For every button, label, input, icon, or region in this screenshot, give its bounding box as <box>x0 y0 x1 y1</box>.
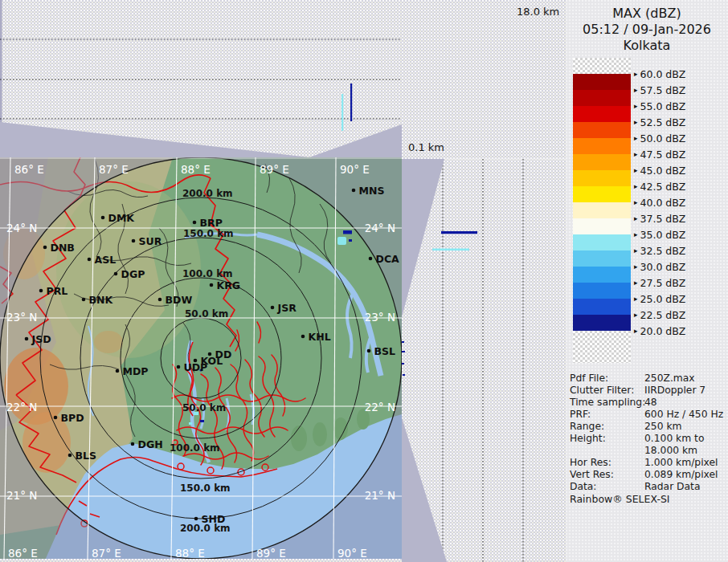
dbz-band <box>573 283 631 299</box>
product-title: MAX (dBZ) <box>566 6 728 22</box>
city-label: DGP <box>121 268 145 280</box>
threshold-arrow-icon: ▸ <box>634 327 638 335</box>
city-label: KHL <box>309 331 331 343</box>
city-dot <box>88 258 92 262</box>
metadata-label: Range: <box>570 421 644 433</box>
dbz-band <box>573 299 631 315</box>
city-dot <box>271 306 275 310</box>
city-dot <box>367 349 371 353</box>
metadata-label <box>570 445 644 457</box>
dbz-band <box>573 122 631 138</box>
threshold-arrow-icon: ▸ <box>634 134 638 142</box>
city-label: ASL <box>95 254 117 266</box>
dbz-threshold-label: ▸37.5 dBZ <box>634 212 685 225</box>
product-timestamp: 05:12 / 09-Jan-2026 <box>566 22 728 38</box>
dbz-band <box>573 154 631 170</box>
dbz-threshold-label: ▸42.5 dBZ <box>634 180 685 193</box>
dbz-color-bar <box>573 58 631 363</box>
dbz-band <box>573 106 631 122</box>
height-gridlines <box>443 159 523 562</box>
city-label: DCA <box>376 253 400 265</box>
metadata-value: 600 Hz / 450 Hz <box>644 409 724 421</box>
threshold-arrow-icon: ▸ <box>634 214 638 222</box>
dbz-threshold-label: ▸22.5 dBZ <box>634 308 685 321</box>
range-ring-label: 150.0 km <box>183 228 234 239</box>
metadata-label: Clutter Filter: <box>570 385 644 397</box>
lat-label: 24° N <box>6 222 37 234</box>
right-projection-strip <box>402 157 567 562</box>
nodata-wedges <box>402 159 447 562</box>
panel-title-block: MAX (dBZ) 05:12 / 09-Jan-2026 Kolkata <box>566 6 728 54</box>
lon-label: 89° E <box>260 163 289 176</box>
city-label: DMK <box>108 212 136 224</box>
metadata-row: Vert Res:0.089 km/pixel <box>570 469 724 481</box>
dbz-threshold-label: ▸20.0 dBZ <box>634 324 685 337</box>
min-height-label: 0.1 km <box>408 141 444 153</box>
threshold-arrow-icon: ▸ <box>634 279 638 287</box>
city-label: JSD <box>31 333 51 345</box>
lon-label: 89° E <box>256 547 286 560</box>
lat-label: 22° N <box>6 401 37 413</box>
lat-label: 22° N <box>365 401 395 413</box>
metadata-row: Height:0.100 km to <box>570 433 724 445</box>
threshold-arrow-icon: ▸ <box>634 102 638 110</box>
threshold-arrow-icon: ▸ <box>634 198 638 206</box>
product-metadata: Pdf File:250Z.maxClutter Filter:IIRDoppl… <box>570 373 724 493</box>
city-label: MNS <box>359 185 385 197</box>
dbz-band <box>573 315 631 331</box>
range-ring-label: 50.0 km <box>185 308 228 320</box>
city-dot <box>177 365 181 369</box>
lat-label: 21° N <box>365 489 395 502</box>
metadata-value: 250Z.max <box>644 373 724 385</box>
dbz-threshold-label: ▸47.5 dBZ <box>634 148 685 161</box>
lat-label: 24° N <box>365 222 395 234</box>
metadata-label: Pdf File: <box>570 373 644 385</box>
city-label: DNB <box>51 242 75 254</box>
dbz-threshold-label: ▸50.0 dBZ <box>634 132 685 145</box>
metadata-label: Time sampling: <box>570 397 644 409</box>
metadata-value: IIRDoppler 7 <box>644 385 724 397</box>
dbz-threshold-label: ▸60.0 dBZ <box>634 67 685 80</box>
legend-panel: MAX (dBZ) 05:12 / 09-Jan-2026 Kolkata ▸6… <box>566 0 728 562</box>
city-label: BDW <box>166 294 193 306</box>
city-label: BPD <box>61 412 84 424</box>
city-dot <box>101 216 105 220</box>
lat-label: 23° N <box>6 311 37 324</box>
dbz-threshold-label: ▸55.0 dBZ <box>634 100 685 112</box>
city-dot <box>25 337 29 341</box>
city-label: UDP <box>184 361 208 373</box>
station-name: Kolkata <box>566 38 728 54</box>
range-ring-label: 150.0 km <box>180 483 231 494</box>
threshold-arrow-icon: ▸ <box>634 230 638 238</box>
lon-label: 87° E <box>92 547 121 560</box>
software-credit: Rainbow® SELEX-SI <box>570 493 670 505</box>
max-height-label: 18.0 km <box>517 6 559 18</box>
city-label: DGH <box>138 438 163 450</box>
city-dot <box>116 369 120 373</box>
metadata-row: Data:Radar Data <box>570 481 724 493</box>
city-label: MDP <box>123 365 149 377</box>
threshold-arrow-icon: ▸ <box>634 150 638 158</box>
city-label: JSR <box>277 302 297 314</box>
metadata-row: PRF:600 Hz / 450 Hz <box>570 409 724 421</box>
dbz-band <box>573 218 631 234</box>
city-dot <box>301 335 305 339</box>
radar-display: 18.0 km 0.1 km <box>0 0 728 562</box>
city-dot <box>193 221 197 225</box>
city-label: SHD <box>202 513 226 525</box>
metadata-row: Range:250 km <box>570 421 724 433</box>
dbz-band <box>573 186 631 202</box>
metadata-value: 0.100 km to <box>644 433 724 445</box>
metadata-row: 18.000 km <box>570 445 724 457</box>
metadata-label: Vert Res: <box>570 469 644 481</box>
city-label: BNK <box>89 294 114 306</box>
dbz-bands <box>573 74 631 331</box>
dbz-band <box>573 74 631 90</box>
dbz-threshold-label: ▸27.5 dBZ <box>634 276 685 289</box>
city-dot <box>82 298 86 302</box>
city-dot <box>54 416 58 420</box>
city-dot <box>68 454 72 458</box>
city-dot <box>158 298 162 302</box>
dbz-band <box>573 234 631 250</box>
threshold-arrow-icon: ▸ <box>634 295 638 303</box>
